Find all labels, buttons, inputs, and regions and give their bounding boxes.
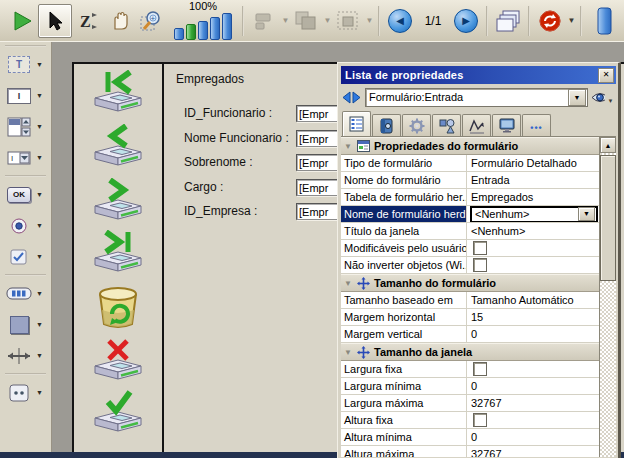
section-collapse-icon[interactable]: ▼: [341, 142, 355, 151]
section-header[interactable]: ▼Tamanho da janela: [341, 343, 599, 361]
tab-order-button[interactable]: Z: [72, 5, 104, 37]
section-header[interactable]: ▼Propriedades do formulário: [341, 137, 599, 155]
palette-list-spinner-tool[interactable]: ▼: [0, 113, 51, 140]
next-page-button[interactable]: ▶: [450, 5, 482, 37]
dropdown-arrow-icon[interactable]: ▼: [36, 253, 43, 260]
dropdown-arrow-icon[interactable]: ▼: [36, 123, 43, 130]
dropdown-arrow-icon[interactable]: ▼: [36, 290, 43, 297]
objects-shapes-tab[interactable]: [432, 114, 461, 136]
property-row[interactable]: Não inverter objetos (Wi...: [341, 257, 599, 274]
property-value[interactable]: Entrada: [467, 172, 599, 188]
property-row[interactable]: Largura máxima32767: [341, 395, 599, 412]
checkbox[interactable]: [473, 258, 487, 272]
dropdown-arrow-icon[interactable]: ▼: [36, 352, 43, 359]
checkbox[interactable]: [473, 413, 487, 427]
checkbox[interactable]: [473, 241, 487, 255]
property-row[interactable]: Título da janela<Nenhum>: [341, 223, 599, 240]
properties-scrollbar[interactable]: ▲: [599, 137, 616, 457]
dropdown-arrow-icon[interactable]: ▼: [606, 98, 615, 104]
property-value[interactable]: <Nenhum>▼: [467, 206, 599, 222]
scroll-up-button[interactable]: ▲: [600, 137, 616, 153]
close-button[interactable]: ✕: [598, 68, 614, 83]
property-row[interactable]: Altura mínima0: [341, 429, 599, 446]
zoom-level-control[interactable]: 100%: [174, 1, 232, 40]
display-tab[interactable]: [492, 114, 521, 136]
property-value[interactable]: 32767: [467, 395, 599, 411]
checkbox[interactable]: [473, 362, 487, 376]
zoom-select-button[interactable]: +: [136, 5, 168, 37]
properties-list-tab[interactable]: [342, 111, 371, 136]
clipped-toolbar-button[interactable]: [588, 5, 620, 37]
property-value[interactable]: 15: [467, 309, 599, 325]
property-value[interactable]: 0: [467, 326, 599, 342]
property-value[interactable]: [467, 257, 599, 273]
object-cycle-arrows-icon[interactable]: [342, 91, 362, 104]
visibility-button[interactable]: ▼: [591, 91, 615, 104]
windows-button[interactable]: [492, 5, 524, 37]
palette-combo-box-tool[interactable]: I▼: [0, 144, 51, 171]
zoom-bar-3[interactable]: [198, 21, 208, 40]
dropdown-arrow-icon[interactable]: ▼: [36, 321, 43, 328]
property-value[interactable]: [467, 240, 599, 256]
property-value[interactable]: Empregados: [467, 189, 599, 205]
palette-text-field-tool[interactable]: I▼: [0, 82, 51, 109]
property-row[interactable]: Nome do formulárioEntrada: [341, 172, 599, 189]
previous-record-button[interactable]: [92, 124, 148, 172]
dropdown-arrow-icon[interactable]: ▼: [365, 16, 374, 25]
property-value[interactable]: 0: [467, 378, 599, 394]
palette-toolbar-strip-tool[interactable]: ▼: [0, 280, 51, 307]
palette-radio-button-tool[interactable]: ▼: [0, 212, 51, 239]
property-value[interactable]: [467, 412, 599, 428]
property-row[interactable]: Modificáveis pelo usuário: [341, 240, 599, 257]
previous-page-button[interactable]: ◀: [384, 5, 416, 37]
dropdown-arrow-icon[interactable]: ▼: [36, 61, 43, 68]
curve-tab[interactable]: [462, 114, 491, 136]
property-row[interactable]: Largura fixa: [341, 361, 599, 378]
refresh-bucket-button[interactable]: [92, 284, 148, 332]
delete-record-button[interactable]: [92, 338, 148, 386]
dropdown-arrow-icon[interactable]: ▼: [36, 222, 43, 229]
section-header[interactable]: ▼Tamanho do formulário: [341, 274, 599, 292]
section-collapse-icon[interactable]: ▼: [341, 348, 355, 357]
zoom-bar-5[interactable]: [222, 13, 232, 40]
scrollbar-thumb[interactable]: [600, 155, 616, 281]
pan-hand-button[interactable]: [104, 5, 136, 37]
dropdown-arrow-icon[interactable]: ▼: [567, 16, 576, 25]
group-objects-button[interactable]: [290, 5, 322, 37]
align-stack-button[interactable]: [248, 5, 280, 37]
palette-splitter-tool[interactable]: ▼: [0, 342, 51, 369]
palette-checkbox-tool[interactable]: ▼: [0, 243, 51, 270]
dropdown-arrow-icon[interactable]: ▼: [36, 191, 43, 198]
data-tab[interactable]: [372, 114, 401, 136]
palette-ok-button-tool[interactable]: OK▼: [0, 181, 51, 208]
combo-drop-button[interactable]: ▼: [578, 207, 595, 221]
run-button[interactable]: [6, 5, 38, 37]
property-value[interactable]: <Nenhum>: [467, 223, 599, 239]
property-row[interactable]: Margem horizontal15: [341, 309, 599, 326]
dropdown-arrow-icon[interactable]: ▼: [36, 154, 43, 161]
property-row[interactable]: Altura máxima32767: [341, 446, 599, 457]
property-row[interactable]: Margem vertical0: [341, 326, 599, 343]
property-row[interactable]: Altura fixa: [341, 412, 599, 429]
property-value[interactable]: 32767: [467, 446, 599, 457]
combo-drop-button[interactable]: ▼: [568, 89, 586, 106]
property-value[interactable]: 0: [467, 429, 599, 445]
selection-frame-button[interactable]: [332, 5, 364, 37]
property-row[interactable]: Nome de formulário herd...<Nenhum>▼: [341, 206, 599, 223]
zoom-bar-2[interactable]: [186, 24, 196, 40]
more-tab[interactable]: •••: [522, 114, 551, 136]
sync-button[interactable]: [534, 5, 566, 37]
property-row[interactable]: Largura mínima0: [341, 378, 599, 395]
last-record-button[interactable]: [92, 230, 148, 278]
dropdown-arrow-icon[interactable]: ▼: [36, 389, 43, 396]
dropdown-arrow-icon[interactable]: ▼: [36, 92, 43, 99]
select-pointer-button[interactable]: [38, 4, 72, 38]
property-row[interactable]: Tabela de formulário her...Empregados: [341, 189, 599, 206]
palette-rectangle-tool[interactable]: ▼: [0, 311, 51, 338]
zoom-bars[interactable]: [174, 13, 232, 40]
dropdown-arrow-icon[interactable]: ▼: [323, 16, 332, 25]
zoom-bar-1[interactable]: [174, 28, 184, 40]
palette-panel-dots-tool[interactable]: ▼: [0, 379, 51, 406]
next-record-button[interactable]: [92, 178, 148, 226]
accept-record-button[interactable]: [92, 390, 148, 438]
